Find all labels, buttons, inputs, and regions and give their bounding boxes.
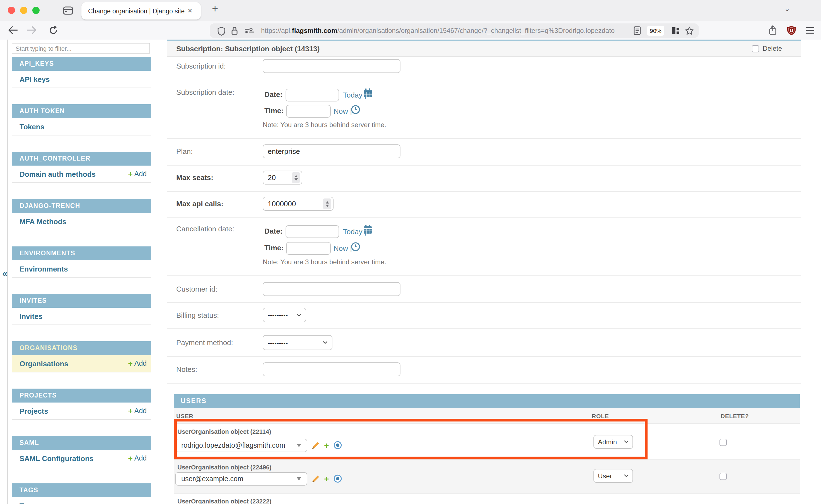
delete-subscription-checkbox[interactable]	[752, 45, 759, 52]
column-header-role: ROLE	[592, 413, 609, 419]
cancellation-date-input[interactable]	[285, 225, 339, 238]
add-plus-icon[interactable]: +	[324, 440, 329, 450]
browser-tab[interactable]: Change organisation | Django site admin …	[81, 2, 201, 20]
subscription-id-input[interactable]	[263, 59, 400, 73]
sidebar-filter-input[interactable]	[12, 43, 150, 54]
field-label: Max api calls:	[176, 200, 223, 208]
sidebar-item-tags[interactable]: Tags	[12, 497, 151, 504]
view-eye-icon[interactable]	[333, 441, 342, 449]
clock-icon[interactable]	[351, 242, 360, 251]
sidebar-item-environments[interactable]: Environments	[12, 260, 151, 278]
sidebar-item-organisations[interactable]: Organisations +Add	[12, 355, 151, 372]
inline-module-header: Subscription: Subscription object (14313…	[167, 41, 801, 57]
user-email-select[interactable]: rodrigo.lopezdato@flagsmith.com	[175, 439, 307, 452]
zoom-level-indicator[interactable]: 90%	[647, 26, 664, 36]
customer-id-input[interactable]	[263, 282, 400, 296]
delete-user-checkbox[interactable]	[720, 473, 727, 480]
sidebar-item-projects[interactable]: Projects +Add	[12, 403, 151, 420]
sidebar-section-auth-controller: AUTH_CONTROLLER Domain auth methods +Add	[12, 152, 151, 183]
back-button[interactable]	[7, 24, 19, 36]
bookmark-star-icon[interactable]	[685, 26, 694, 35]
subscription-time-input[interactable]	[286, 105, 331, 118]
calendar-icon[interactable]	[363, 225, 372, 234]
user-object-label: UserOrganisation object (22114)	[177, 428, 271, 435]
add-link[interactable]: +Add	[128, 169, 147, 178]
sidebar-item-tokens[interactable]: Tokens	[12, 118, 151, 135]
edit-pencil-icon[interactable]	[312, 441, 319, 449]
role-select[interactable]: Admin	[594, 435, 633, 449]
section-title: TAGS	[12, 483, 151, 497]
view-eye-icon[interactable]	[333, 474, 342, 483]
role-select[interactable]: User	[594, 469, 633, 483]
today-link[interactable]: Today |	[343, 227, 366, 236]
today-link[interactable]: Today |	[343, 91, 366, 99]
max-seats-stepper[interactable]	[263, 171, 302, 185]
field-label: Subscription date:	[176, 88, 234, 96]
section-title: ORGANISATIONS	[12, 341, 151, 355]
delete-label: Delete	[763, 45, 782, 52]
calendar-icon[interactable]	[363, 88, 372, 98]
share-icon[interactable]	[766, 24, 779, 36]
tab-bar: Change organisation | Django site admin …	[0, 0, 821, 22]
payment-method-select[interactable]: ---------	[263, 335, 332, 350]
cancellation-time-input[interactable]	[286, 242, 331, 255]
add-link[interactable]: +Add	[128, 359, 147, 368]
forward-button[interactable]	[26, 24, 38, 36]
subscription-date-input[interactable]	[285, 89, 339, 101]
reload-button[interactable]	[47, 24, 59, 36]
notes-input[interactable]	[263, 362, 400, 376]
users-inline-section: USERS USER ROLE DELETE? UserOrganisation…	[174, 394, 800, 504]
reader-view-icon[interactable]	[634, 26, 641, 35]
tab-close-icon[interactable]: ✕	[187, 7, 192, 14]
user-email-select[interactable]: user@example.com	[175, 472, 307, 486]
url-scheme: https://	[261, 27, 281, 35]
form-row-billing-status: Billing status: ---------	[167, 303, 801, 329]
sidebar-item-invites[interactable]: Invites	[12, 308, 151, 325]
sidebar-item-saml-configurations[interactable]: SAML Configurations +Add	[12, 450, 151, 467]
now-link[interactable]: Now |	[333, 244, 352, 253]
clock-icon[interactable]	[351, 105, 360, 114]
window-minimize-button[interactable]	[20, 7, 27, 14]
window-zoom-button[interactable]	[32, 7, 40, 14]
section-title: DJANGO-TRENCH	[12, 199, 151, 213]
lock-icon[interactable]	[231, 26, 238, 35]
delete-user-checkbox[interactable]	[720, 439, 727, 446]
sidebar-item-mfa-methods[interactable]: MFA Methods	[12, 213, 151, 230]
form-row-customer-id: Customer id:	[167, 276, 801, 303]
user-row: UserOrganisation object (23222)	[174, 494, 800, 504]
url-subdomain: api.	[281, 27, 292, 35]
tracking-protection-shield-icon[interactable]	[217, 26, 225, 35]
add-link[interactable]: +Add	[128, 454, 147, 463]
section-title: API_KEYS	[12, 57, 151, 71]
new-tab-button[interactable]: +	[212, 3, 218, 15]
user-object-label: UserOrganisation object (22496)	[177, 464, 271, 471]
add-link[interactable]: +Add	[128, 406, 147, 415]
number-stepper-icon[interactable]	[323, 198, 331, 209]
sidebar-item-api-keys[interactable]: API keys	[12, 71, 151, 88]
window-close-button[interactable]	[8, 7, 15, 14]
section-title: PROJECTS	[12, 389, 151, 403]
navigation-toolbar: https://api.flagsmith.com/admin/organisa…	[0, 21, 821, 40]
add-plus-icon[interactable]: +	[324, 474, 329, 483]
sidebar-collapse-toggle[interactable]: «	[2, 268, 8, 279]
number-stepper-icon[interactable]	[292, 172, 300, 183]
menu-hamburger-icon[interactable]	[804, 24, 816, 36]
picture-in-picture-icon[interactable]	[672, 27, 680, 35]
edit-pencil-icon[interactable]	[312, 475, 319, 483]
address-bar[interactable]: https://api.flagsmith.com/admin/organisa…	[210, 23, 699, 38]
firefox-view-icon[interactable]	[62, 5, 74, 16]
now-link[interactable]: Now |	[333, 107, 352, 115]
change-form-module: Subscription: Subscription object (14313…	[167, 40, 801, 504]
select-caret-icon	[297, 444, 301, 447]
list-all-tabs-icon[interactable]: ⌄	[784, 4, 790, 13]
plan-input[interactable]	[263, 144, 400, 158]
permissions-icon[interactable]	[244, 28, 254, 33]
field-label: Customer id:	[176, 285, 217, 293]
section-title: INVITES	[12, 294, 151, 308]
sidebar-item-domain-auth-methods[interactable]: Domain auth methods +Add	[12, 166, 151, 183]
max-api-calls-stepper[interactable]	[263, 197, 333, 211]
ublock-origin-icon[interactable]	[785, 24, 798, 36]
date-sublabel: Date:	[264, 90, 282, 99]
billing-status-select[interactable]: ---------	[263, 308, 306, 322]
form-row-payment-method: Payment method: ---------	[167, 329, 801, 357]
